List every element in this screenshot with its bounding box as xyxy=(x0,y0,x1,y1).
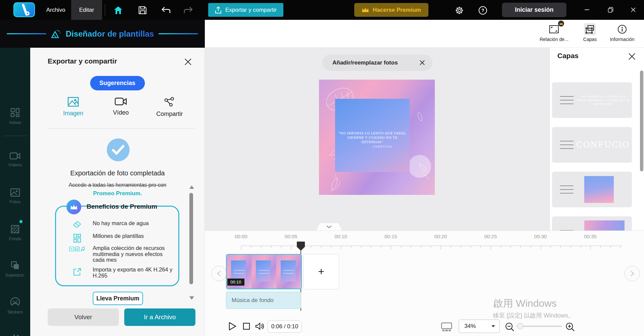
ruler-tick xyxy=(510,246,511,248)
add-replace-photos-pill[interactable]: Añadir/reemplazar fotos xyxy=(322,54,432,71)
go-to-file-button[interactable]: Ir a Archivo xyxy=(124,308,195,326)
info-icon xyxy=(616,23,628,35)
ruler-tick xyxy=(600,246,601,248)
minimize-button[interactable] xyxy=(580,5,594,15)
settings-gear-icon[interactable] xyxy=(454,5,465,16)
layer-item[interactable]: CONFUCIO xyxy=(552,127,632,163)
get-premium-button[interactable]: Hacerse Premium xyxy=(354,3,428,17)
sign-in-button[interactable]: Iniciar sesión xyxy=(502,3,566,17)
editor-canvas[interactable]: Añadir/reemplazar fotos xyxy=(205,48,550,230)
ruler-tick-label: 00:30 xyxy=(534,234,547,239)
timeline: 00:0000:0500:1000:1500:2000:2500:3000:35… xyxy=(205,230,644,336)
photo-icon xyxy=(10,188,20,197)
export-tab-compartir[interactable]: Compartir xyxy=(151,97,188,118)
menu-editar[interactable]: Editar xyxy=(71,0,102,20)
back-button[interactable]: Volver xyxy=(48,308,119,326)
video-tab-icon xyxy=(114,97,127,106)
clip-duration-badge: 00:10 xyxy=(227,279,244,286)
stop-button[interactable] xyxy=(240,320,253,333)
undo-icon[interactable] xyxy=(160,5,171,15)
export-share-button[interactable]: Exportar y compartir xyxy=(208,3,283,17)
sidebar-item-label: Vídeos xyxy=(8,162,22,167)
suggestions-label: Sugerencias xyxy=(99,80,135,87)
ruler-tick-label: 00:35 xyxy=(584,234,597,239)
zoom-in-icon[interactable] xyxy=(563,320,577,334)
template-preview[interactable]: "NO IMPORTA LO LENTO QUE VAYAS, SIEMPRE … xyxy=(319,80,435,195)
sidebar-item-mi-biblioteca[interactable]: Mi biblioteca xyxy=(0,333,30,336)
ruler-tick xyxy=(501,246,501,248)
premium-crown-icon xyxy=(66,200,81,214)
add-clip-button[interactable]: + xyxy=(303,254,339,289)
layer-item[interactable]: "NO IMPORTA LO LENTO QUE VAYAS, SIEMPRE … xyxy=(552,82,632,118)
tool-info[interactable]: Información xyxy=(606,23,638,42)
drag-handle-icon[interactable] xyxy=(560,185,573,194)
ruler-tick xyxy=(241,246,241,250)
sidebar-item-label: Fotos xyxy=(10,199,21,204)
zoom-level-dropdown[interactable]: 34% xyxy=(459,320,500,333)
notification-dot xyxy=(19,220,22,223)
panel-title: Exportar y compartir xyxy=(48,57,117,65)
play-button[interactable] xyxy=(226,320,239,333)
sidebar-item-v-deos[interactable]: Vídeos xyxy=(0,152,30,183)
ruler-tick xyxy=(331,246,331,248)
close-icon[interactable] xyxy=(419,60,425,66)
layer-item[interactable] xyxy=(552,216,632,230)
home-icon[interactable] xyxy=(113,5,124,15)
export-tab-imagen[interactable]: Imagen xyxy=(55,97,92,117)
sidebar-item-stickers[interactable]: Stickers xyxy=(0,297,30,328)
ruler-tick xyxy=(451,246,451,248)
layers-scrollbar[interactable] xyxy=(640,71,643,171)
export-tab-label: Compartir xyxy=(156,111,183,118)
layers-icon xyxy=(584,23,596,35)
timeline-next-icon[interactable] xyxy=(625,266,640,281)
app-window: ArchivoEditar Exportar y compartir Hacer… xyxy=(0,0,644,336)
tool-label: Relación de... xyxy=(540,37,568,42)
get-premium-cta-button[interactable]: Lleva Premium xyxy=(93,292,143,305)
quote-author: CONFUCIO xyxy=(335,145,392,148)
zoom-out-icon[interactable] xyxy=(503,320,516,334)
suggestions-button[interactable]: Sugerencias xyxy=(90,76,145,90)
ruler-tick xyxy=(391,246,391,250)
restore-button[interactable] xyxy=(604,5,617,15)
drag-handle-icon[interactable] xyxy=(560,141,573,149)
promo-brand-link[interactable]: Promeo Premium. xyxy=(30,190,205,197)
ruler-tick-label: 00:05 xyxy=(285,234,297,239)
sidebar-item-fotos[interactable]: Fotos xyxy=(0,188,30,219)
music-track[interactable]: Música de fondo xyxy=(226,292,301,309)
quote-card[interactable]: "NO IMPORTA LO LENTO QUE VAYAS, SIEMPRE … xyxy=(335,99,410,172)
redo-icon[interactable] xyxy=(183,5,194,15)
panel-scrollbar[interactable] xyxy=(189,193,193,284)
tool-aspect-ratio[interactable]: Relación de... xyxy=(538,23,570,42)
volume-icon[interactable] xyxy=(253,320,267,333)
sidebar-item-volver[interactable]: Volver xyxy=(0,108,30,138)
drag-handle-icon[interactable] xyxy=(560,96,573,104)
scroll-up-icon[interactable] xyxy=(189,185,194,189)
sidebar-item-superpos[interactable]: Superpos. xyxy=(0,261,30,292)
save-icon[interactable] xyxy=(137,5,148,15)
timeline-prev-icon[interactable] xyxy=(211,266,227,281)
tool-layers[interactable]: Capas xyxy=(574,23,606,42)
display-mode-icon[interactable] xyxy=(440,320,453,334)
layers-panel-title: Capas xyxy=(557,52,579,60)
premium-benefits-title: Beneficios de Premium xyxy=(87,203,157,210)
windows-activation-watermark-sub: 移至 [設定] 以啟用 Windows。 xyxy=(493,311,574,320)
benefit-text: Millones de plantillas xyxy=(93,233,175,239)
timeline-zoom-slider-knob[interactable] xyxy=(517,323,523,329)
sidebar-item-fondo[interactable]: Fondo xyxy=(0,224,30,255)
close-window-icon[interactable] xyxy=(627,5,640,15)
get-premium-label: Hacerse Premium xyxy=(373,7,421,13)
sticker-icon xyxy=(10,297,20,307)
help-icon[interactable]: ? xyxy=(477,5,488,16)
playhead-handle[interactable] xyxy=(297,242,305,251)
layer-item[interactable] xyxy=(552,172,632,207)
close-icon[interactable] xyxy=(628,52,637,61)
timeline-collapse-button[interactable] xyxy=(316,223,342,230)
tool-label: Información xyxy=(610,37,634,42)
scroll-down-icon[interactable] xyxy=(189,296,194,300)
export-tab-video[interactable]: Vídeo xyxy=(102,97,139,116)
ruler-tick-label: 00:10 xyxy=(334,234,347,239)
close-icon[interactable] xyxy=(184,58,193,67)
media-trio-icon xyxy=(69,246,85,252)
menu-archivo[interactable]: Archivo xyxy=(40,0,71,20)
upload-icon xyxy=(215,6,222,14)
